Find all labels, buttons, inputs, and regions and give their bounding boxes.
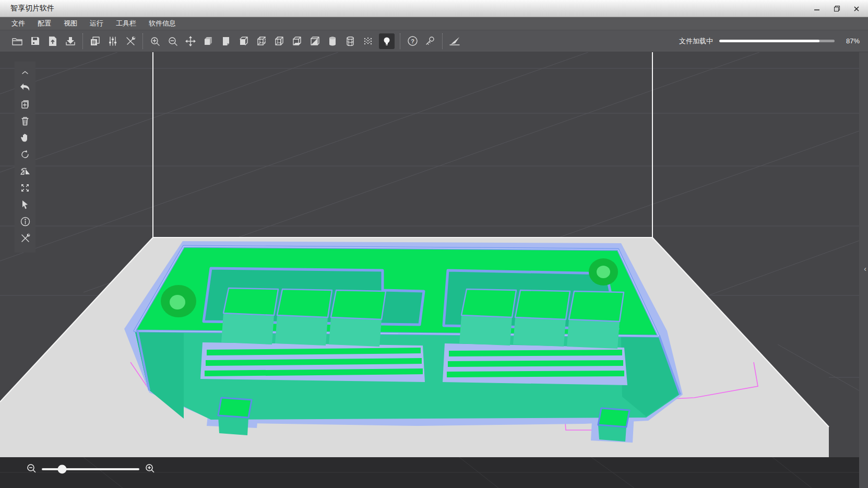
- bulb-icon: [382, 36, 391, 46]
- mirror-button[interactable]: [16, 164, 34, 181]
- view-points-button[interactable]: [359, 32, 377, 50]
- model-info-button[interactable]: [16, 214, 34, 231]
- delete-model-button[interactable]: [16, 114, 34, 130]
- rotate-icon: [20, 150, 30, 161]
- sheet-icon: [221, 36, 231, 46]
- view-sheet-button[interactable]: [217, 32, 235, 50]
- open-file-button[interactable]: [8, 32, 26, 50]
- progress-bar: [719, 40, 835, 42]
- measure-pen-button[interactable]: [446, 32, 463, 50]
- menu-about[interactable]: 软件信息: [142, 17, 182, 30]
- zoom-out-button[interactable]: [25, 463, 38, 475]
- menu-run[interactable]: 运行: [84, 17, 110, 30]
- view-cylinder-button[interactable]: [324, 32, 341, 50]
- toolbar-separator: [400, 33, 400, 49]
- restore-button[interactable]: [829, 2, 844, 16]
- toolbar-separator: [142, 33, 143, 49]
- window-controls: [810, 0, 864, 17]
- menu-config[interactable]: 配置: [31, 17, 57, 30]
- view-bottom-button[interactable]: [288, 32, 306, 50]
- machine-settings-button[interactable]: [86, 32, 104, 50]
- progress-label: 文件加载中: [679, 37, 713, 46]
- wrench-icon: [125, 36, 136, 46]
- zoom-slider-track[interactable]: [42, 468, 139, 470]
- save-file-button[interactable]: [26, 32, 44, 50]
- zoom-out-view-button[interactable]: [164, 32, 182, 50]
- close-button[interactable]: [849, 2, 864, 16]
- parameter-settings-button[interactable]: [104, 32, 122, 50]
- points-icon: [363, 36, 373, 46]
- cylinder-wire-icon: [346, 36, 355, 46]
- svg-text:?: ?: [411, 38, 414, 44]
- cube-front-icon: [239, 36, 249, 46]
- file-up-icon: [48, 36, 57, 46]
- main-toolbar: ? 文件加载中 87%: [0, 30, 868, 52]
- cube-split-icon: [310, 36, 320, 46]
- zoom-in-icon: [145, 463, 155, 475]
- deck-circle-left: [161, 285, 196, 317]
- move-icon: [185, 36, 196, 46]
- left-tool-panel: [15, 62, 35, 253]
- zoom-out-icon: [27, 463, 37, 475]
- expand-right-panel-button[interactable]: ‹: [864, 265, 866, 272]
- import-model-button[interactable]: [44, 32, 62, 50]
- undo-arrow-icon: [19, 83, 31, 94]
- select-button[interactable]: [16, 197, 34, 214]
- move-view-button[interactable]: [182, 32, 199, 50]
- restore-icon: [834, 6, 840, 11]
- toolbar-separator: [82, 33, 83, 49]
- minimize-button[interactable]: [810, 2, 824, 16]
- menu-toolbar[interactable]: 工具栏: [110, 17, 142, 30]
- cube-solid-icon: [203, 36, 213, 46]
- progress-percent: 87%: [842, 37, 860, 45]
- pan-button[interactable]: [16, 130, 34, 147]
- zoom-in-view-button[interactable]: [146, 32, 164, 50]
- compartment-boxes-right: [459, 289, 624, 349]
- cube-bottom-icon: [292, 36, 302, 46]
- info-icon: [20, 217, 30, 229]
- vent-slats-right: [443, 343, 627, 385]
- tool-settings-button[interactable]: [122, 32, 139, 50]
- key-icon: [425, 36, 435, 46]
- undo-button[interactable]: [16, 80, 34, 97]
- floppy-icon: [30, 36, 40, 46]
- view-split-button[interactable]: [306, 32, 324, 50]
- repair-tools-button[interactable]: [16, 231, 34, 247]
- add-model-button[interactable]: [16, 97, 34, 114]
- toolbar-separator: [442, 33, 443, 49]
- tray-down-icon: [65, 36, 76, 46]
- cube-dashed-icon: [256, 36, 267, 46]
- zoom-slider-handle[interactable]: [58, 465, 67, 474]
- scale-max-button[interactable]: [16, 181, 34, 197]
- trash-icon: [21, 116, 29, 128]
- zoom-in-button[interactable]: [144, 463, 156, 475]
- export-gcode-button[interactable]: [62, 32, 79, 50]
- vent-slats-left: [200, 342, 425, 382]
- view-dashed-button[interactable]: [253, 32, 270, 50]
- view-hidden-wire-button[interactable]: [270, 32, 288, 50]
- license-key-button[interactable]: [421, 32, 439, 50]
- folder-icon: [11, 37, 23, 46]
- title-bar: 智享切片软件: [0, 0, 868, 17]
- chevron-up-icon: [21, 67, 29, 77]
- menu-view[interactable]: 视图: [57, 17, 84, 30]
- copy-grid-icon: [90, 36, 100, 46]
- cursor-icon: [21, 200, 29, 211]
- view-cylinder-wire-button[interactable]: [341, 32, 359, 50]
- mirror-icon: [20, 167, 30, 177]
- view-front-button[interactable]: [235, 32, 253, 50]
- collapse-panel-button[interactable]: [16, 64, 34, 80]
- view-solid-button[interactable]: [199, 32, 217, 50]
- rotate-button[interactable]: [16, 147, 34, 164]
- zoom-out-icon: [168, 36, 178, 46]
- question-icon: ?: [407, 35, 418, 46]
- menu-bar: 文件 配置 视图 运行 工具栏 软件信息: [0, 17, 868, 30]
- help-button[interactable]: ?: [403, 32, 421, 50]
- hand-icon: [20, 133, 30, 145]
- menu-file[interactable]: 文件: [5, 17, 31, 30]
- viewport-canvas[interactable]: [0, 52, 868, 488]
- front-cube-right: [598, 408, 629, 442]
- file-plus-icon: [20, 100, 30, 111]
- sliders-icon: [108, 36, 117, 46]
- light-toggle-button[interactable]: [379, 33, 395, 49]
